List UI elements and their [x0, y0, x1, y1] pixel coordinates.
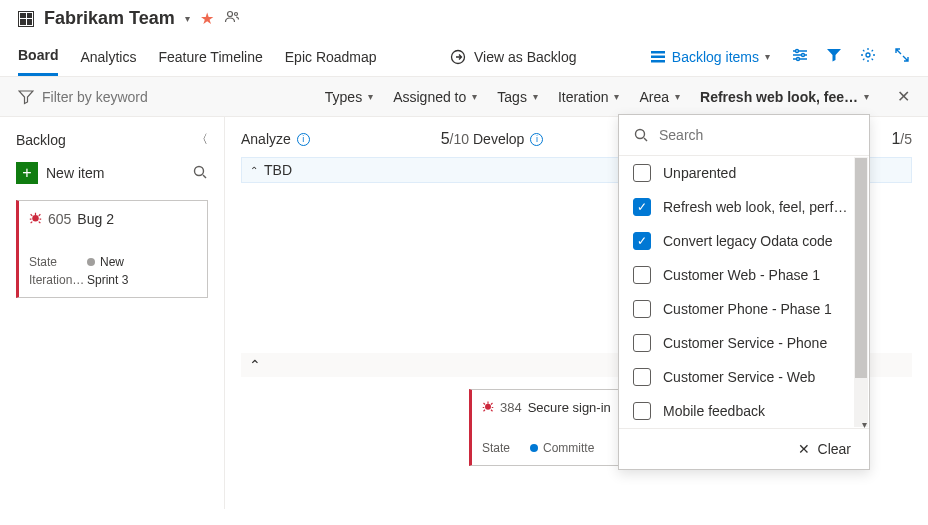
- clear-label: Clear: [818, 441, 851, 457]
- svg-point-10: [195, 166, 204, 175]
- iteration-label: Iteration …: [29, 273, 87, 287]
- filter-keyword-field[interactable]: [42, 89, 172, 105]
- team-name[interactable]: Fabrikam Team: [44, 8, 175, 29]
- info-icon[interactable]: i: [530, 133, 543, 146]
- checkbox-icon: [633, 368, 651, 386]
- filter-assigned-dropdown[interactable]: Assigned to▾: [393, 89, 477, 105]
- dropdown-item[interactable]: Customer Service - Phone: [619, 326, 869, 360]
- dropdown-search-input[interactable]: [659, 127, 855, 143]
- close-icon: ✕: [798, 441, 810, 457]
- parent-filter-dropdown: Unparented✓Refresh web look, feel, perfo…: [618, 114, 870, 470]
- svg-point-1: [234, 13, 237, 16]
- backlog-title: Backlog: [16, 132, 66, 148]
- svg-rect-4: [651, 55, 665, 58]
- view-as-backlog-label: View as Backlog: [474, 49, 576, 65]
- svg-rect-3: [651, 51, 665, 54]
- favorite-star-icon[interactable]: ★: [200, 9, 214, 28]
- svg-point-9: [866, 53, 870, 57]
- plus-icon: +: [16, 162, 38, 184]
- dropdown-item-label: Convert legacy Odata code: [663, 233, 833, 249]
- svg-point-11: [32, 215, 39, 222]
- svg-point-12: [485, 404, 491, 410]
- tab-epic-roadmap[interactable]: Epic Roadmap: [285, 39, 377, 75]
- info-icon[interactable]: i: [297, 133, 310, 146]
- iteration-value: Sprint 3: [87, 273, 195, 287]
- chevron-down-icon: ▾: [765, 51, 770, 62]
- tab-analytics[interactable]: Analytics: [80, 39, 136, 75]
- card-id: 384: [500, 400, 522, 415]
- filter-iteration-dropdown[interactable]: Iteration▾: [558, 89, 620, 105]
- svg-point-6: [796, 50, 799, 53]
- search-icon: [633, 127, 649, 143]
- filter-tags-dropdown[interactable]: Tags▾: [497, 89, 538, 105]
- svg-point-13: [636, 130, 645, 139]
- checkbox-icon: [633, 300, 651, 318]
- new-item-label: New item: [46, 165, 104, 181]
- dropdown-item-label: Customer Web - Phase 1: [663, 267, 820, 283]
- state-label: State: [29, 255, 87, 269]
- dropdown-scrollbar[interactable]: [854, 157, 868, 427]
- dropdown-item-label: Customer Service - Phone: [663, 335, 827, 351]
- chevron-down-icon: ⌃: [249, 357, 261, 373]
- settings-sliders-icon[interactable]: [792, 47, 808, 66]
- card-title-text: Bug 2: [77, 211, 114, 227]
- chevron-down-icon: ⌃: [250, 165, 258, 176]
- filter-area-dropdown[interactable]: Area▾: [639, 89, 680, 105]
- collapse-sidebar-icon[interactable]: 〈: [196, 131, 208, 148]
- backlog-card[interactable]: 605 Bug 2 State New Iteration … Sprint 3: [16, 200, 208, 298]
- fullscreen-icon[interactable]: [894, 47, 910, 66]
- dropdown-item-label: Refresh web look, feel, perfo…: [663, 199, 855, 215]
- card-title-text: Secure sign-in: [528, 400, 611, 415]
- funnel-icon: [18, 89, 34, 105]
- tab-board[interactable]: Board: [18, 37, 58, 76]
- team-members-icon[interactable]: [224, 9, 240, 28]
- new-item-button[interactable]: + New item: [16, 162, 104, 184]
- dropdown-item[interactable]: Unparented: [619, 156, 869, 190]
- filter-icon[interactable]: [826, 47, 842, 66]
- swimlane-label: TBD: [264, 162, 292, 178]
- view-as-backlog-button[interactable]: View as Backlog: [450, 49, 576, 65]
- state-value: New: [87, 255, 195, 269]
- backlog-level-label: Backlog items: [672, 49, 759, 65]
- team-board-icon: [18, 11, 34, 27]
- checkbox-icon: ✓: [633, 232, 651, 250]
- svg-point-0: [227, 12, 232, 17]
- state-label: State: [482, 441, 530, 455]
- dropdown-item[interactable]: ✓Convert legacy Odata code: [619, 224, 869, 258]
- checkbox-icon: [633, 334, 651, 352]
- dropdown-item-label: Mobile feedback: [663, 403, 765, 419]
- search-backlog-icon[interactable]: [192, 164, 208, 183]
- board-card[interactable]: 384 Secure sign-in State Committe: [469, 389, 639, 466]
- card-id: 605: [48, 211, 71, 227]
- filter-parent-dropdown[interactable]: Refresh web look, fee…▾: [700, 89, 869, 105]
- bug-icon: [482, 400, 494, 415]
- dropdown-item-label: Unparented: [663, 165, 736, 181]
- filter-keyword-input[interactable]: [18, 89, 198, 105]
- svg-point-8: [797, 58, 800, 61]
- column-analyze-name[interactable]: Analyze: [241, 131, 291, 147]
- checkbox-icon: [633, 164, 651, 182]
- dropdown-item[interactable]: Customer Phone - Phase 1: [619, 292, 869, 326]
- checkbox-icon: [633, 266, 651, 284]
- svg-point-7: [802, 54, 805, 57]
- svg-rect-5: [651, 60, 665, 63]
- dropdown-item[interactable]: Customer Web - Phase 1: [619, 258, 869, 292]
- filter-types-dropdown[interactable]: Types▾: [325, 89, 373, 105]
- dropdown-item[interactable]: ✓Refresh web look, feel, perfo…: [619, 190, 869, 224]
- close-filter-icon[interactable]: ✕: [897, 87, 910, 106]
- bug-icon: [29, 211, 42, 227]
- dropdown-item-label: Customer Phone - Phase 1: [663, 301, 832, 317]
- dropdown-item-label: Customer Service - Web: [663, 369, 815, 385]
- column-develop-name[interactable]: Develop: [473, 131, 524, 147]
- gear-icon[interactable]: [860, 47, 876, 66]
- team-chevron-icon[interactable]: ▾: [185, 13, 190, 24]
- dropdown-item[interactable]: Mobile feedback: [619, 394, 869, 428]
- clear-filter-button[interactable]: ✕ Clear: [619, 428, 869, 469]
- checkbox-icon: ✓: [633, 198, 651, 216]
- tab-feature-timeline[interactable]: Feature Timeline: [158, 39, 262, 75]
- dropdown-item[interactable]: Customer Service - Web: [619, 360, 869, 394]
- scroll-down-arrow-icon[interactable]: ▾: [862, 419, 867, 428]
- checkbox-icon: [633, 402, 651, 420]
- backlog-level-dropdown[interactable]: Backlog items ▾: [650, 49, 770, 65]
- state-value: Committe: [530, 441, 628, 455]
